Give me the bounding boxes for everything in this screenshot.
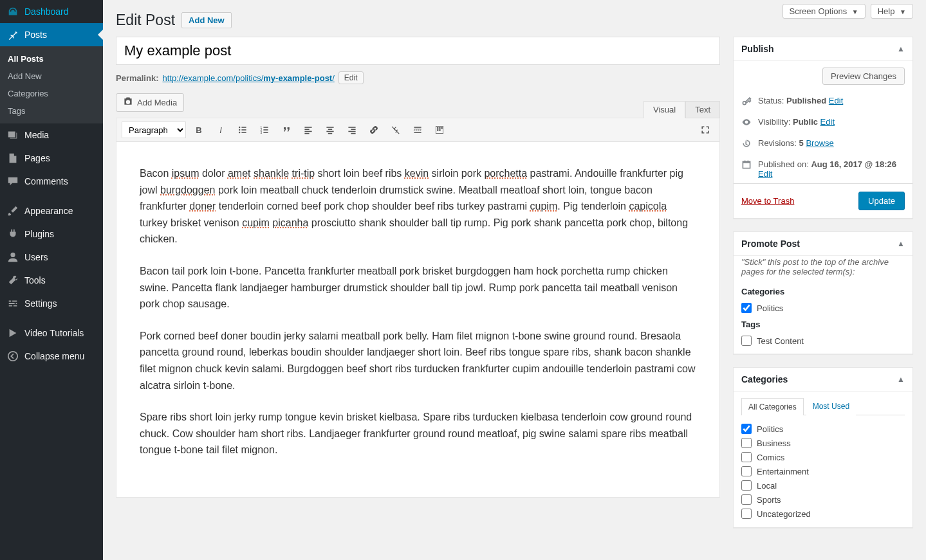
menu-label: Video Tutorials xyxy=(24,328,84,338)
checkbox[interactable] xyxy=(741,480,752,491)
page-title: Edit Post xyxy=(116,12,175,29)
svg-rect-24 xyxy=(348,131,355,132)
editor-toolbar: Paragraph B I 123 xyxy=(116,118,719,142)
edit-status-link[interactable]: Edit xyxy=(829,96,843,105)
pin-icon xyxy=(6,28,19,41)
align-right-button[interactable] xyxy=(343,121,361,139)
menu-appearance[interactable]: Appearance xyxy=(0,199,103,222)
promote-category-item[interactable]: Politics xyxy=(734,300,912,316)
more-button[interactable] xyxy=(409,121,427,139)
svg-rect-22 xyxy=(348,127,355,128)
category-item[interactable]: Entertainment xyxy=(741,464,905,478)
bold-button[interactable]: B xyxy=(190,121,208,139)
category-item[interactable]: Uncategorized xyxy=(741,507,905,521)
category-item[interactable]: Business xyxy=(741,436,905,450)
checkbox[interactable] xyxy=(741,438,752,448)
editor: Paragraph B I 123 xyxy=(116,118,720,498)
unlink-button[interactable] xyxy=(387,121,405,139)
menu-video-tutorials[interactable]: Video Tutorials xyxy=(0,321,103,345)
promote-tag-item[interactable]: Test Content xyxy=(734,333,912,348)
categories-box: Categories ▲ All Categories Most Used Po… xyxy=(733,367,913,528)
add-new-button[interactable]: Add New xyxy=(181,12,232,28)
submenu-tags[interactable]: Tags xyxy=(0,102,103,120)
checkbox[interactable] xyxy=(741,466,752,476)
wrench-icon xyxy=(6,274,19,287)
post-title-input[interactable] xyxy=(116,37,720,65)
menu-posts[interactable]: Posts xyxy=(0,23,103,46)
play-icon xyxy=(6,327,19,339)
menu-dashboard[interactable]: Dashboard xyxy=(0,0,103,23)
toolbar-toggle-button[interactable] xyxy=(431,121,449,139)
promote-box: Promote Post ▲ "Stick" this post to the … xyxy=(733,231,913,354)
screen-options-button[interactable]: Screen Options ▼ xyxy=(782,4,866,19)
checkbox[interactable] xyxy=(741,494,752,505)
menu-label: Dashboard xyxy=(24,6,69,17)
checkbox[interactable] xyxy=(741,336,752,346)
category-item[interactable]: Sports xyxy=(741,492,905,507)
submenu-categories[interactable]: Categories xyxy=(0,85,103,102)
menu-tools[interactable]: Tools xyxy=(0,269,103,292)
submenu-all-posts[interactable]: All Posts xyxy=(0,50,103,68)
toggle-icon[interactable]: ▲ xyxy=(897,375,905,384)
submenu-add-new[interactable]: Add New xyxy=(0,68,103,85)
edit-slug-button[interactable]: Edit xyxy=(338,71,364,84)
svg-rect-19 xyxy=(328,129,332,130)
editor-content[interactable]: Bacon ipsum dolor amet shankle tri-tip s… xyxy=(116,142,719,497)
menu-users[interactable]: Users xyxy=(0,246,103,269)
permalink-link[interactable]: http://example.com/politics/my-example-p… xyxy=(162,73,334,83)
menu-media[interactable]: Media xyxy=(0,123,103,147)
menu-settings[interactable]: Settings xyxy=(0,292,103,315)
menu-comments[interactable]: Comments xyxy=(0,170,103,193)
cat-tab-all[interactable]: All Categories xyxy=(741,398,804,415)
brush-icon xyxy=(6,204,19,217)
category-item[interactable]: Comics xyxy=(741,450,905,464)
checkbox[interactable] xyxy=(741,452,752,462)
add-media-button[interactable]: Add Media xyxy=(116,93,184,112)
ul-button[interactable] xyxy=(234,121,252,139)
svg-point-2 xyxy=(239,127,240,128)
edit-date-link[interactable]: Edit xyxy=(758,169,772,179)
svg-rect-35 xyxy=(439,129,440,131)
format-select[interactable]: Paragraph xyxy=(122,122,186,138)
promote-title: Promote Post xyxy=(741,239,800,249)
menu-pages[interactable]: Pages xyxy=(0,147,103,170)
checkbox-label: Business xyxy=(757,438,791,448)
collapse-icon xyxy=(6,350,19,363)
menu-label: Comments xyxy=(24,176,68,186)
checkbox[interactable] xyxy=(741,303,752,313)
svg-rect-27 xyxy=(414,129,421,129)
link-button[interactable] xyxy=(365,121,383,139)
category-item[interactable]: Local xyxy=(741,478,905,492)
cat-tab-most-used[interactable]: Most Used xyxy=(806,398,856,415)
editor-tab-visual[interactable]: Visual xyxy=(644,101,685,118)
editor-tab-text[interactable]: Text xyxy=(685,101,720,118)
permalink-row: Permalink: http://example.com/politics/m… xyxy=(116,71,720,84)
help-button[interactable]: Help ▼ xyxy=(871,4,913,19)
edit-visibility-link[interactable]: Edit xyxy=(820,117,835,127)
preview-changes-button[interactable]: Preview Changes xyxy=(822,68,905,85)
quote-button[interactable] xyxy=(277,121,295,139)
update-button[interactable]: Update xyxy=(858,192,905,210)
toggle-icon[interactable]: ▲ xyxy=(897,44,905,53)
checkbox[interactable] xyxy=(741,424,752,434)
category-item[interactable]: Politics xyxy=(741,422,905,436)
browse-revisions-link[interactable]: Browse xyxy=(806,138,833,148)
svg-point-6 xyxy=(239,132,240,133)
menu-label: Pages xyxy=(24,153,50,163)
checkbox-label: Politics xyxy=(757,424,783,434)
svg-rect-23 xyxy=(351,129,355,130)
revisions-icon xyxy=(741,138,752,150)
toggle-icon[interactable]: ▲ xyxy=(897,239,905,248)
align-left-button[interactable] xyxy=(299,121,317,139)
italic-button[interactable]: I xyxy=(212,121,230,139)
svg-rect-16 xyxy=(304,131,311,132)
align-center-button[interactable] xyxy=(321,121,339,139)
fullscreen-button[interactable] xyxy=(696,121,714,139)
move-to-trash-link[interactable]: Move to Trash xyxy=(741,196,794,206)
menu-plugins[interactable]: Plugins xyxy=(0,222,103,246)
menu-collapse[interactable]: Collapse menu xyxy=(0,345,103,368)
ol-button[interactable]: 123 xyxy=(255,121,273,139)
menu-label: Media xyxy=(24,130,49,140)
checkbox[interactable] xyxy=(741,509,752,519)
checkbox-label: Uncategorized xyxy=(757,509,811,519)
